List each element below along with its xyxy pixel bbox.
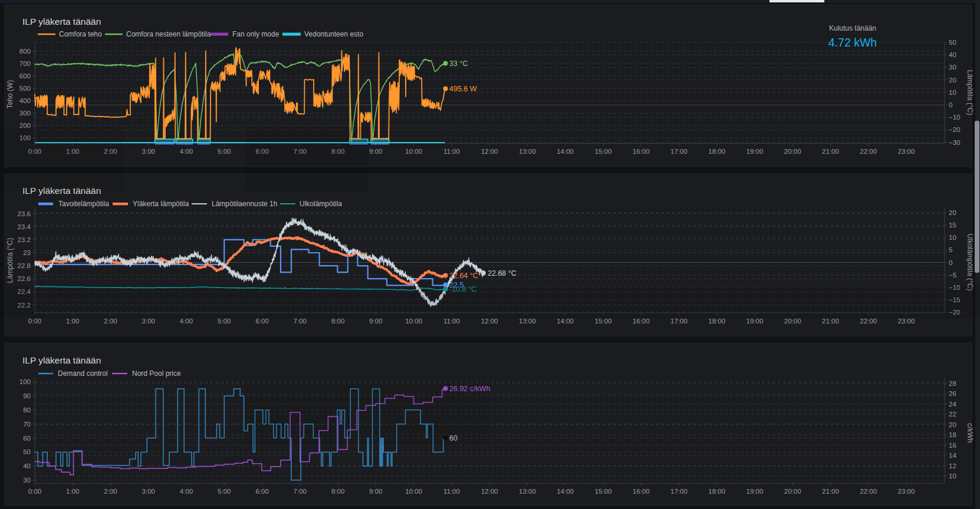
svg-text:Comfora nesteen lämpötila: Comfora nesteen lämpötila <box>126 30 211 38</box>
svg-text:22:00: 22:00 <box>860 318 877 325</box>
svg-text:33 °C: 33 °C <box>449 60 468 68</box>
svg-text:14:00: 14:00 <box>557 488 574 495</box>
svg-text:20: 20 <box>949 209 956 216</box>
svg-text:400: 400 <box>19 97 31 104</box>
svg-text:18:00: 18:00 <box>708 488 725 495</box>
svg-text:8:00: 8:00 <box>331 488 344 495</box>
svg-text:Ulkolämpötila (°C): Ulkolämpötila (°C) <box>966 234 974 291</box>
svg-text:10: 10 <box>949 472 956 480</box>
svg-text:14:00: 14:00 <box>557 318 574 325</box>
svg-text:12:00: 12:00 <box>481 148 498 155</box>
svg-text:16:00: 16:00 <box>633 318 650 325</box>
svg-text:21:00: 21:00 <box>822 488 839 495</box>
svg-text:19:00: 19:00 <box>746 488 764 495</box>
svg-text:12:00: 12:00 <box>481 488 498 495</box>
svg-text:13:00: 13:00 <box>519 488 536 495</box>
svg-text:4:00: 4:00 <box>180 148 193 155</box>
svg-text:70: 70 <box>23 421 31 428</box>
svg-text:20: 20 <box>949 77 956 84</box>
svg-text:22.6: 22.6 <box>18 275 31 282</box>
svg-text:−20: −20 <box>949 126 961 133</box>
svg-text:12: 12 <box>949 462 956 470</box>
svg-text:5:00: 5:00 <box>218 318 231 325</box>
svg-text:30: 30 <box>23 477 31 484</box>
svg-text:28: 28 <box>949 380 956 387</box>
svg-text:18: 18 <box>949 431 956 438</box>
svg-text:5: 5 <box>949 246 952 253</box>
svg-text:2:00: 2:00 <box>104 488 117 495</box>
svg-text:13:00: 13:00 <box>519 148 536 155</box>
svg-text:26: 26 <box>949 390 956 397</box>
svg-text:9:00: 9:00 <box>369 148 382 155</box>
svg-text:17:00: 17:00 <box>670 148 688 155</box>
svg-text:4.72 kWh: 4.72 kWh <box>828 36 877 49</box>
svg-text:80: 80 <box>23 406 31 414</box>
svg-text:23.6: 23.6 <box>18 210 31 217</box>
svg-text:19:00: 19:00 <box>746 318 764 325</box>
svg-text:24: 24 <box>949 401 956 408</box>
svg-text:1:00: 1:00 <box>66 318 79 325</box>
svg-text:Lämpötilaennuste 1h: Lämpötilaennuste 1h <box>212 200 277 208</box>
svg-text:9:00: 9:00 <box>369 488 382 495</box>
svg-text:100: 100 <box>19 378 31 385</box>
svg-text:60: 60 <box>23 435 31 442</box>
svg-text:Vedontunteen esto: Vedontunteen esto <box>304 30 363 38</box>
svg-text:6:00: 6:00 <box>255 318 268 325</box>
svg-text:Yläkerta lämpötila: Yläkerta lämpötila <box>133 200 189 208</box>
svg-text:11:00: 11:00 <box>443 318 460 325</box>
svg-text:20:00: 20:00 <box>784 148 801 155</box>
svg-text:19:00: 19:00 <box>746 148 764 155</box>
svg-text:23: 23 <box>23 249 31 256</box>
svg-text:Lämpötila (°C): Lämpötila (°C) <box>6 238 14 283</box>
svg-text:14:00: 14:00 <box>557 148 574 155</box>
svg-text:3:00: 3:00 <box>142 488 155 495</box>
svg-text:16:00: 16:00 <box>633 488 650 495</box>
svg-text:23:00: 23:00 <box>898 318 915 325</box>
svg-text:13:00: 13:00 <box>519 318 536 325</box>
svg-text:22.64 °C: 22.64 °C <box>449 272 478 280</box>
svg-text:800: 800 <box>19 48 31 55</box>
svg-text:Kulutus tänään: Kulutus tänään <box>829 24 876 32</box>
svg-text:15:00: 15:00 <box>595 148 612 155</box>
svg-text:Comfora teho: Comfora teho <box>59 30 102 38</box>
svg-text:Teho (W): Teho (W) <box>6 80 14 109</box>
svg-text:9:00: 9:00 <box>369 318 382 325</box>
svg-text:−10: −10 <box>949 114 961 121</box>
svg-text:10: 10 <box>949 234 956 241</box>
svg-text:21:00: 21:00 <box>822 318 839 325</box>
svg-text:2:00: 2:00 <box>104 318 117 325</box>
svg-text:22:00: 22:00 <box>860 488 877 495</box>
svg-text:20:00: 20:00 <box>784 488 801 495</box>
svg-text:Lämpötila (°C): Lämpötila (°C) <box>966 70 974 115</box>
svg-text:7:00: 7:00 <box>294 318 307 325</box>
svg-text:0:00: 0:00 <box>28 318 41 325</box>
svg-text:700: 700 <box>19 60 31 67</box>
svg-text:17:00: 17:00 <box>670 488 688 495</box>
svg-text:23:00: 23:00 <box>898 488 915 495</box>
svg-text:3:00: 3:00 <box>142 148 155 155</box>
svg-text:10: 10 <box>949 89 956 96</box>
svg-text:500: 500 <box>19 85 31 92</box>
svg-text:20:00: 20:00 <box>784 318 801 325</box>
svg-text:10:00: 10:00 <box>405 148 422 155</box>
svg-text:20: 20 <box>949 421 956 428</box>
svg-text:Ulkolämpötila: Ulkolämpötila <box>300 200 342 208</box>
svg-text:11:00: 11:00 <box>443 148 460 155</box>
svg-text:4:00: 4:00 <box>180 488 193 495</box>
svg-text:40: 40 <box>23 462 31 470</box>
svg-text:4:00: 4:00 <box>180 318 193 325</box>
svg-text:40: 40 <box>949 51 956 58</box>
svg-text:6:00: 6:00 <box>255 488 268 495</box>
svg-text:0: 0 <box>949 101 952 108</box>
svg-text:15: 15 <box>949 222 956 229</box>
svg-text:1:00: 1:00 <box>66 488 79 495</box>
svg-text:30: 30 <box>949 64 956 71</box>
svg-text:50: 50 <box>949 39 956 46</box>
svg-text:21:00: 21:00 <box>822 148 839 155</box>
svg-text:16:00: 16:00 <box>633 148 650 155</box>
svg-text:90: 90 <box>23 392 31 399</box>
svg-text:−5: −5 <box>949 272 956 279</box>
svg-text:23.4: 23.4 <box>18 223 31 230</box>
svg-text:10:00: 10:00 <box>405 488 422 495</box>
svg-text:Fan only mode: Fan only mode <box>232 30 279 38</box>
